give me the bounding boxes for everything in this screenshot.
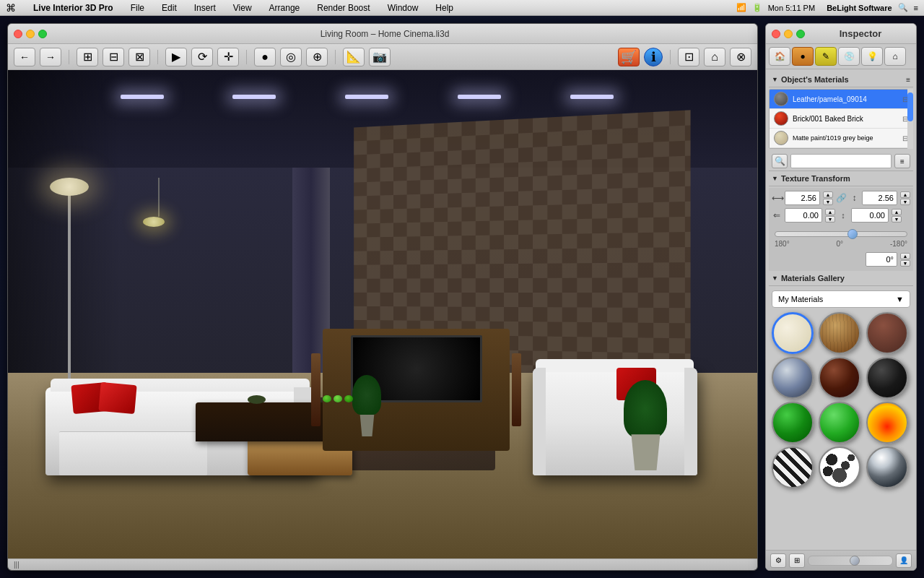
offset-y-input[interactable]: 0.00 bbox=[851, 208, 889, 223]
furnish-button[interactable]: 🛒 bbox=[618, 48, 640, 66]
scale-x-stepper: ▲ ▼ bbox=[823, 191, 833, 205]
floor-plan-button[interactable]: ⊞ bbox=[77, 48, 98, 66]
view-house-button[interactable]: ⌂ bbox=[704, 48, 725, 66]
angle-up[interactable]: ▲ bbox=[900, 253, 910, 259]
sphere-tool-button[interactable]: ● bbox=[254, 48, 276, 66]
select-tool-button[interactable]: ▶ bbox=[165, 48, 187, 66]
elevation-button[interactable]: ⊟ bbox=[103, 48, 124, 66]
gallery-dropdown[interactable]: My Materials ▼ bbox=[772, 290, 910, 308]
material-options-btn[interactable]: ≡ bbox=[894, 154, 910, 168]
material-item-brick[interactable]: Brick/001 Baked Brick ⊟ bbox=[770, 109, 912, 129]
inspector-grid-btn[interactable]: ⊞ bbox=[789, 553, 805, 568]
scale-x-up[interactable]: ▲ bbox=[823, 191, 833, 198]
search-icon[interactable]: 🔍 bbox=[898, 3, 908, 12]
orbit-tool-button[interactable]: ⟳ bbox=[191, 48, 213, 66]
camera-button[interactable]: 📷 bbox=[369, 48, 391, 66]
scale-x-input[interactable]: 2.56 bbox=[785, 191, 820, 205]
pan-tool-button[interactable]: ✛ bbox=[217, 48, 239, 66]
gallery-item-zebra[interactable] bbox=[772, 447, 814, 488]
inspector-minimize[interactable] bbox=[784, 30, 793, 38]
view3d-alt-button[interactable]: ⊗ bbox=[730, 48, 751, 66]
3d-view-button[interactable]: ⊠ bbox=[128, 48, 150, 66]
info-button[interactable]: ℹ bbox=[644, 48, 663, 66]
scale-y-down[interactable]: ▼ bbox=[900, 199, 910, 205]
offset-x-stepper: ▲ ▼ bbox=[825, 209, 835, 223]
menu-view[interactable]: View bbox=[230, 3, 255, 13]
camera-pos-button[interactable]: ⊕ bbox=[306, 48, 328, 66]
inspector-close[interactable] bbox=[772, 30, 780, 38]
gallery-item-cream[interactable] bbox=[772, 312, 814, 354]
inspector-slider[interactable] bbox=[808, 556, 893, 566]
material-item-paint[interactable]: Matte paint/1019 grey beige ⊟ bbox=[770, 129, 912, 148]
tab-library[interactable]: 💿 bbox=[838, 47, 860, 66]
tab-light[interactable]: 💡 bbox=[861, 47, 883, 66]
view2d-button[interactable]: ⊡ bbox=[678, 48, 699, 66]
nav-forward-button[interactable]: → bbox=[40, 48, 61, 66]
angle-input-row: 0° ▲ ▼ bbox=[772, 251, 910, 268]
menu-file[interactable]: File bbox=[128, 3, 147, 13]
tab-house[interactable]: 🏠 bbox=[769, 47, 790, 66]
apple-logo: ⌘ bbox=[6, 2, 16, 14]
fullscreen-button[interactable] bbox=[38, 30, 47, 38]
material-search-field[interactable] bbox=[790, 154, 892, 168]
3d-scene[interactable] bbox=[8, 70, 757, 558]
tab-edit[interactable]: ✎ bbox=[815, 47, 837, 66]
offset-x-down[interactable]: ▼ bbox=[825, 216, 835, 223]
tab-material[interactable]: ● bbox=[792, 47, 814, 66]
angle-down[interactable]: ▼ bbox=[900, 260, 910, 267]
gallery-item-mahogany[interactable] bbox=[819, 357, 860, 399]
menu-render[interactable]: Render Boost bbox=[314, 3, 372, 13]
materials-scrollbar[interactable] bbox=[907, 89, 913, 149]
minimize-button[interactable] bbox=[26, 30, 35, 38]
inspector-settings-btn[interactable]: ⚙ bbox=[770, 553, 786, 568]
traffic-lights bbox=[14, 30, 47, 38]
menu-window[interactable]: Window bbox=[385, 3, 422, 13]
materials-options-icon[interactable]: ≡ bbox=[906, 76, 910, 84]
gallery-item-black[interactable] bbox=[866, 357, 908, 399]
scale-y-up[interactable]: ▲ bbox=[900, 191, 910, 198]
offset-y-down[interactable]: ▼ bbox=[892, 216, 902, 223]
pendant-lamp bbox=[143, 217, 165, 227]
menu-help[interactable]: Help bbox=[432, 3, 456, 13]
nav-back-button[interactable]: ← bbox=[14, 48, 35, 66]
angle-track[interactable] bbox=[775, 231, 907, 237]
gallery-item-wood[interactable] bbox=[819, 312, 860, 354]
brand-name: BeLight Software bbox=[827, 4, 892, 12]
gallery-item-brick[interactable] bbox=[866, 312, 908, 354]
offset-x-up[interactable]: ▲ bbox=[825, 209, 835, 215]
inspector-fullscreen[interactable] bbox=[796, 30, 805, 38]
menubar-extra-icon[interactable]: ≡ bbox=[914, 4, 918, 12]
gallery-item-chrome[interactable] bbox=[866, 447, 908, 488]
offset-x-input[interactable]: 0.00 bbox=[785, 208, 822, 223]
gallery-item-silver[interactable] bbox=[772, 357, 814, 399]
texture-transform-title: Texture Transform bbox=[781, 174, 850, 183]
close-button[interactable] bbox=[14, 30, 22, 38]
menu-insert[interactable]: Insert bbox=[191, 3, 219, 13]
scroll-indicator: ||| bbox=[14, 561, 19, 569]
slider-thumb[interactable] bbox=[850, 556, 860, 566]
gallery-item-dalmatian[interactable] bbox=[819, 447, 860, 488]
gallery-item-fire[interactable] bbox=[866, 402, 908, 444]
scale-y-input[interactable]: 2.56 bbox=[862, 191, 897, 205]
material-item-leather[interactable]: Leather/pamela_09014 ⊟ bbox=[770, 90, 912, 109]
gallery-item-green1[interactable] bbox=[772, 402, 814, 444]
gallery-item-green2[interactable] bbox=[819, 402, 860, 444]
menu-app[interactable]: Live Interior 3D Pro bbox=[30, 3, 116, 13]
menu-edit[interactable]: Edit bbox=[159, 3, 180, 13]
offset-row: ⇐ 0.00 ▲ ▼ ↕ 0.00 ▲ ▼ bbox=[772, 208, 910, 223]
scale-x-down[interactable]: ▼ bbox=[823, 199, 833, 205]
inspector-tabs: 🏠 ● ✎ 💿 💡 ⌂ bbox=[766, 44, 916, 69]
menu-arrange[interactable]: Arrange bbox=[266, 3, 303, 13]
material-name-brick: Brick/001 Baked Brick bbox=[793, 115, 898, 123]
angle-input[interactable]: 0° bbox=[866, 252, 897, 267]
eyedropper-tool[interactable]: 🔍 bbox=[772, 154, 788, 168]
measure-button[interactable]: 📐 bbox=[343, 48, 365, 66]
chain-link-icon[interactable]: 🔗 bbox=[836, 193, 847, 203]
ring-tool-button[interactable]: ◎ bbox=[280, 48, 302, 66]
scrollbar-thumb[interactable] bbox=[907, 92, 913, 121]
inspector-user-btn[interactable]: 👤 bbox=[896, 553, 912, 568]
angle-thumb[interactable] bbox=[847, 229, 858, 239]
viewport-toolbar: ← → ⊞ ⊟ ⊠ ▶ ⟳ ✛ ● ◎ ⊕ 📐 📷 🛒 ℹ ⊡ ⌂ ⊗ bbox=[8, 44, 757, 70]
tab-room[interactable]: ⌂ bbox=[884, 47, 906, 66]
offset-y-up[interactable]: ▲ bbox=[892, 209, 902, 215]
